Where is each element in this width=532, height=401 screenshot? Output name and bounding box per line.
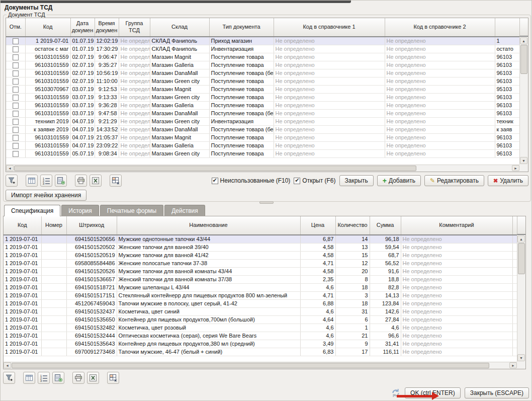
scroll-left-icon[interactable]: ◄ xyxy=(6,165,14,171)
col-header-price[interactable]: Цена xyxy=(300,216,335,235)
table-row[interactable]: 1 2019-07-016941501520502Женские тапочки… xyxy=(4,243,518,251)
table-row[interactable]: 1 2019-07-016941501532482Косметичка, цве… xyxy=(4,324,518,332)
scroll-up-icon[interactable]: ▲ xyxy=(517,235,525,243)
checkbox-checked-icon[interactable] xyxy=(212,178,218,184)
col-header-barcode[interactable]: Штрихкод xyxy=(66,216,117,235)
col-header-code[interactable]: Код xyxy=(25,18,70,37)
scrollbar-thumb[interactable] xyxy=(12,363,489,368)
refresh-icon[interactable] xyxy=(391,388,401,398)
scroll-left-icon[interactable]: ◄ xyxy=(4,362,11,368)
table-row[interactable]: 9610310155902.07.1910:56:19Не определеМа… xyxy=(6,69,520,77)
tab-specification[interactable]: Спецификация xyxy=(4,205,60,216)
filter-open-toggle[interactable]: Открыт (F6) xyxy=(294,177,335,184)
row-checkbox[interactable] xyxy=(13,135,19,141)
scroll-up-icon[interactable]: ▲ xyxy=(520,37,527,44)
scroll-down-icon[interactable]: ▼ xyxy=(517,354,525,361)
print-icon[interactable] xyxy=(72,372,84,384)
table-row[interactable]: 1 2019-07-016941501535650Контейнер для п… xyxy=(4,315,518,324)
table-row[interactable]: 1 2019-07-016941501518721Мужские шлепанц… xyxy=(4,283,518,291)
table-row[interactable]: 1 2019-07-016941501532437Косметичка, цве… xyxy=(4,307,518,315)
row-checkbox[interactable] xyxy=(13,54,19,60)
row-checkbox[interactable] xyxy=(13,127,19,133)
col-header-time[interactable]: Время докумен xyxy=(95,18,119,37)
row-checkbox[interactable] xyxy=(13,38,19,44)
close-button[interactable]: Закрыть xyxy=(339,175,374,186)
table-row[interactable]: 9610310155905.07.199:08:34Не определеМаг… xyxy=(6,149,520,157)
row-checkbox[interactable] xyxy=(13,78,19,85)
tab-print-forms[interactable]: Печатные формы xyxy=(100,205,163,216)
horizontal-scrollbar[interactable]: ◄ ► xyxy=(6,165,519,172)
table-row[interactable]: остаток с маг01.07.1917:30:29Не определе… xyxy=(6,45,520,53)
excel-export-icon[interactable] xyxy=(87,372,99,384)
tab-actions[interactable]: Действия xyxy=(164,205,205,216)
col-header-qty[interactable]: Количество xyxy=(335,216,370,235)
numbered-list-icon[interactable]: 123 xyxy=(38,372,50,384)
col-header-warehouse[interactable]: Склад xyxy=(150,18,209,37)
col-header-sum[interactable]: Сумма xyxy=(370,216,401,235)
numbered-list-icon[interactable]: 123 xyxy=(40,175,52,187)
table-row[interactable]: 9610310155902.07.199:35:27Не определеМаг… xyxy=(6,61,520,69)
row-checkbox[interactable] xyxy=(13,46,19,52)
table-row[interactable]: 9610310155904.07.1923:09:22Не определеМа… xyxy=(6,141,520,149)
table-row[interactable]: 9610310155903.07.199:13:33Не определеМаг… xyxy=(6,93,520,101)
filter-add-icon[interactable] xyxy=(3,372,15,384)
scroll-right-icon[interactable]: ► xyxy=(512,165,519,171)
calculator-add-icon[interactable] xyxy=(55,175,67,187)
filter-add-icon[interactable] xyxy=(6,175,18,187)
row-checkbox[interactable] xyxy=(13,87,19,93)
columns-icon[interactable] xyxy=(26,175,38,187)
col-header-code[interactable]: Код xyxy=(4,216,41,235)
col-header-date[interactable]: Дата докумен xyxy=(70,18,95,37)
scrollbar-thumb[interactable] xyxy=(518,243,525,274)
table-cell-icon[interactable] xyxy=(110,175,122,187)
excel-export-icon[interactable] xyxy=(90,175,102,187)
col-header-group[interactable]: Группа ТСД xyxy=(119,18,150,37)
table-row[interactable]: 9610310155902.07.1911:10:00Не определеМа… xyxy=(6,77,520,85)
col-header-doc-type[interactable]: Тип документа xyxy=(209,18,274,37)
checkbox-checked-icon[interactable] xyxy=(294,178,300,184)
row-checkbox[interactable] xyxy=(13,143,19,149)
table-row[interactable]: 9610310155903.07.199:47:58Не определеМаг… xyxy=(6,109,520,117)
table-row[interactable]: 1 2019-07-014512067459043Тапочки мужские… xyxy=(4,299,518,307)
table-row[interactable]: 1 2019-07-016970091273468Тапочки мужские… xyxy=(4,348,518,356)
table-row[interactable]: 1 2019-07-016958085584486Женские полосат… xyxy=(4,259,518,267)
vertical-scrollbar[interactable]: ▲ ▼ xyxy=(517,235,525,362)
table-row[interactable]: техникп 201904.07.199:21:29Не определеМа… xyxy=(6,117,520,125)
table-row[interactable]: 1 2019-07-016941501536657Женский тапочки… xyxy=(4,275,518,283)
table-row[interactable]: 1 2019-07-016941501520526Мужские тапочки… xyxy=(4,267,518,275)
scroll-down-icon[interactable]: ▼ xyxy=(520,157,527,164)
col-header-mark[interactable]: Отм. xyxy=(6,18,25,37)
tab-history[interactable]: История xyxy=(61,205,99,216)
vertical-scrollbar[interactable]: ▲ ▼ xyxy=(519,37,528,165)
col-header-number[interactable]: Номер xyxy=(41,216,66,235)
delete-button[interactable]: ✖Удалить xyxy=(488,175,528,186)
calculator-add-icon[interactable] xyxy=(52,372,64,384)
scrollbar-thumb[interactable] xyxy=(520,45,527,74)
table-row[interactable]: 9610310155902.07.199:06:47Не определеМаг… xyxy=(6,53,520,61)
filter-unused-toggle[interactable]: Неиспользованные (F10) xyxy=(212,177,291,184)
col-header-ref2[interactable]: Код в справочнике 2 xyxy=(385,18,495,37)
table-row[interactable]: 1 2019-07-016941501535643Контейнер для п… xyxy=(4,340,518,348)
col-header-comment[interactable]: Комментарий xyxy=(401,216,512,235)
row-checkbox[interactable] xyxy=(13,62,19,68)
table-row[interactable]: 9510307096703.07.199:12:53Не определеМаг… xyxy=(6,85,520,93)
table-row[interactable]: к заявке 201904.07.1914:33:52Не определе… xyxy=(6,125,520,133)
table-row[interactable]: 9610310155904.07.1921:05:37Не определеМа… xyxy=(6,133,520,141)
row-checkbox[interactable] xyxy=(13,70,19,76)
row-checkbox[interactable] xyxy=(13,103,19,109)
horizontal-scrollbar[interactable]: ◄ ► xyxy=(4,362,517,369)
table-row[interactable]: 1 2019-07-016941501520519Мужские тапочки… xyxy=(4,251,518,259)
table-row[interactable]: 1 2019-07-016941501532444Оптическая косм… xyxy=(4,332,518,340)
scroll-right-icon[interactable]: ► xyxy=(509,362,517,368)
table-row[interactable]: 1 2019-07-016941501520656Мужские однотон… xyxy=(4,235,518,243)
add-button[interactable]: +Добавить xyxy=(377,175,421,186)
table-row[interactable]: 9610310155903.07.199:36:28Не определеМаг… xyxy=(6,101,520,109)
import-storage-cells-button[interactable]: Импорт ячейки хранения xyxy=(6,190,86,201)
table-cell-icon[interactable] xyxy=(107,372,119,384)
columns-icon[interactable] xyxy=(23,372,35,384)
row-checkbox[interactable] xyxy=(13,151,19,157)
col-header-ref1[interactable]: Код в справочнике 1 xyxy=(274,18,385,37)
row-checkbox[interactable] xyxy=(13,95,19,101)
splitter-grip-icon[interactable] xyxy=(259,201,274,204)
table-row[interactable]: 1 2019-07-016941501517151Стеклянный конт… xyxy=(4,291,518,299)
